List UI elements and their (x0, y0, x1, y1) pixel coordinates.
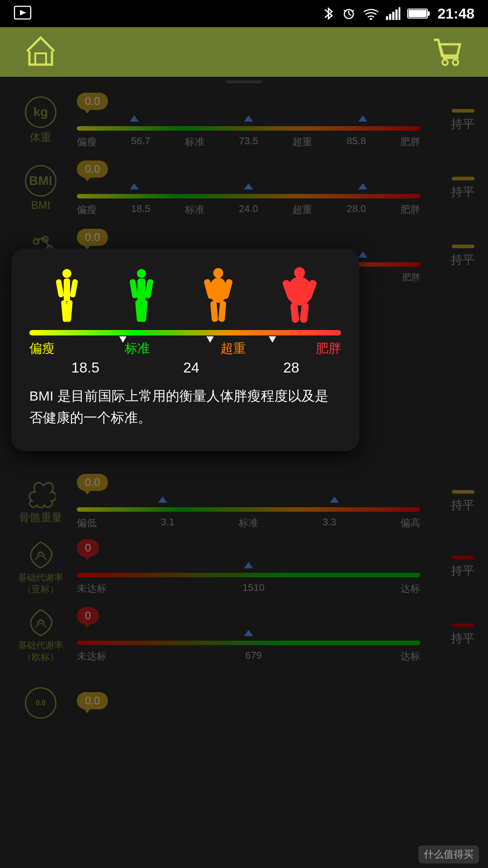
svg-line-5 (344, 10, 346, 12)
signal-icon (386, 7, 400, 20)
svg-rect-38 (210, 301, 218, 322)
watermark: 什么值得买 (418, 845, 479, 863)
main-content: kg 体重 0.0 偏瘦 56.7 标准 73.5 超重 85.8 肥胖 (0, 77, 488, 868)
threshold-3: 28 (283, 359, 300, 376)
bottom-bar: 什么值得买 (398, 841, 488, 868)
status-bar: 21:48 (0, 0, 488, 27)
svg-rect-23 (64, 278, 70, 301)
threshold-2: 24 (183, 359, 200, 376)
svg-point-40 (294, 267, 305, 278)
status-time: 21:48 (437, 5, 474, 22)
bmi-color-bar (29, 330, 341, 335)
wifi-icon (363, 7, 379, 20)
home-icon (23, 33, 59, 69)
label-thin: 偏瘦 (29, 340, 55, 357)
label-obese: 肥胖 (316, 340, 341, 357)
svg-rect-44 (290, 302, 300, 323)
battery-icon (407, 7, 431, 20)
svg-rect-39 (218, 301, 226, 322)
svg-rect-16 (35, 53, 46, 65)
bmi-modal[interactable]: 偏瘦 标准 超重 肥胖 18.5 24 28 BMI 是目前国际上常用的衡量人体… (11, 249, 359, 451)
bluetooth-icon (322, 5, 335, 22)
status-icons: 21:48 (322, 5, 474, 22)
svg-point-34 (213, 268, 223, 278)
svg-rect-12 (399, 7, 400, 20)
svg-point-7 (370, 18, 372, 20)
bmi-figures (29, 267, 341, 326)
svg-rect-30 (129, 279, 138, 299)
svg-line-6 (352, 10, 354, 12)
cart-icon (429, 33, 465, 69)
modal-overlay[interactable] (0, 77, 488, 868)
svg-rect-11 (395, 9, 398, 20)
svg-rect-14 (427, 11, 430, 16)
svg-rect-9 (389, 14, 391, 20)
svg-rect-10 (392, 12, 394, 20)
svg-rect-25 (70, 279, 78, 297)
status-left (14, 5, 32, 23)
svg-rect-45 (300, 302, 309, 323)
cart-button[interactable] (429, 33, 465, 71)
svg-point-28 (137, 269, 146, 278)
bmi-description: BMI 是目前国际上常用的衡量人体胖瘦程度以及是否健康的一个标准。 (29, 385, 341, 429)
label-normal: 标准 (125, 340, 150, 357)
label-overweight: 超重 (221, 340, 246, 357)
overweight-figure (200, 267, 236, 326)
svg-point-22 (62, 269, 71, 278)
thin-figure (51, 267, 83, 326)
bmi-threshold-values: 18.5 24 28 (29, 359, 341, 376)
svg-marker-1 (20, 10, 26, 15)
svg-point-17 (442, 60, 448, 65)
svg-rect-15 (408, 10, 427, 17)
home-button[interactable] (23, 33, 59, 71)
alarm-icon (342, 6, 356, 21)
threshold-1: 18.5 (71, 359, 99, 376)
svg-rect-24 (56, 279, 64, 297)
svg-line-4 (349, 14, 351, 15)
svg-rect-8 (386, 16, 388, 20)
normal-figure (126, 267, 157, 326)
svg-rect-31 (144, 279, 153, 299)
media-icon (14, 5, 32, 23)
nav-bar (0, 27, 488, 77)
svg-point-18 (453, 60, 458, 65)
obese-figure (279, 267, 320, 326)
svg-rect-29 (137, 278, 145, 302)
bmi-category-labels: 偏瘦 标准 超重 肥胖 (29, 340, 341, 357)
